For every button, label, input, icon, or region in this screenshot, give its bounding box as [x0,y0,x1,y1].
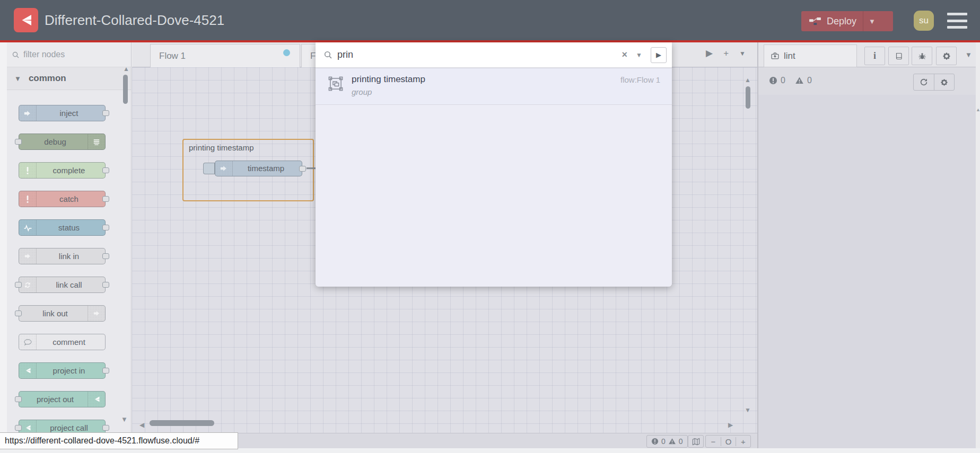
lint-icon [771,51,780,60]
input-port[interactable] [15,425,22,431]
gear-icon [942,52,951,60]
output-port[interactable] [102,368,109,374]
header: Different-Collared-Dove-4521 Deploy ▼ su [0,0,980,40]
zoom-out-button[interactable]: − [706,437,721,446]
palette-category-common[interactable]: ▼ common [7,67,131,90]
link-icon [88,306,105,321]
search-input[interactable] [337,49,617,60]
map-icon [692,438,700,446]
search-icon [12,51,19,58]
output-port[interactable] [102,225,109,230]
search-result-row[interactable]: printing timestamp group flow:Flow 1 [316,68,672,105]
deploy-options-button[interactable]: ▼ [863,11,881,31]
sidebar-info-button[interactable]: i [864,47,885,65]
sidebar-debug-button[interactable] [912,47,932,65]
deploy-label: Deploy [827,16,856,27]
search-dialog: × ▼ ▶ [316,42,672,287]
timestamp-node[interactable]: timestamp [215,161,302,176]
deploy-button[interactable]: Deploy ▼ [801,11,893,31]
palette-node-status[interactable]: status [19,219,106,236]
palette-node-inject[interactable]: inject [19,105,106,121]
palette-node-project-out[interactable]: project out [19,391,106,407]
book-icon [895,52,903,60]
zoom-reset-button[interactable]: O [721,437,736,446]
palette-node-complete[interactable]: complete [19,162,106,179]
canvas-hscrollbar-thumb[interactable] [150,420,214,426]
search-options-icon[interactable]: ▼ [636,51,642,59]
lint-settings-button[interactable] [934,74,954,90]
palette-filter-input[interactable] [23,50,113,59]
output-port[interactable] [102,253,109,259]
group-label: printing timestamp [189,143,254,152]
browser-status-url: https://different-collared-dove-4521.flo… [0,432,238,449]
search-icon [324,51,332,59]
palette-scrollbar-thumb[interactable] [123,75,128,104]
canvas-scroll-right-icon[interactable]: ▶ [728,421,733,429]
user-avatar[interactable]: su [914,11,934,31]
deploy-icon [809,16,821,26]
palette-node-project-call[interactable]: project call [19,420,106,433]
tab-scroll-right-icon[interactable]: ▶ [706,48,713,59]
output-port[interactable] [102,425,109,431]
canvas-scroll-left-icon[interactable]: ◀ [139,421,144,429]
palette-node-catch[interactable]: catch [19,191,106,207]
sidebar-header: lint i ▼ [758,42,976,67]
output-port[interactable] [102,110,109,116]
palette-node-link-call[interactable]: link call [19,277,106,293]
warning-icon [795,76,804,85]
error-icon [769,76,777,85]
bug-icon [918,52,926,60]
output-port[interactable] [102,282,109,288]
scroll-up-icon: ▲ [976,107,980,112]
palette-scroll-down-icon[interactable]: ▼ [121,415,128,423]
footer-notifications-button[interactable]: 0 0 [646,435,688,448]
canvas-scroll-up-icon[interactable]: ▲ [745,76,751,84]
fflogo-icon [19,363,37,378]
fflogo-icon [88,392,105,407]
lint-refresh-button[interactable] [914,74,934,90]
input-port[interactable] [15,139,22,145]
palette-node-link-in[interactable]: link in [19,248,106,264]
palette-node-debug[interactable]: debug [19,134,106,150]
inject-trigger-button[interactable] [203,163,215,174]
palette-node-comment[interactable]: comment [19,334,106,350]
scroll-up-icon[interactable]: ▲ [123,65,129,73]
input-port[interactable] [15,310,22,316]
zoom-in-button[interactable]: + [736,437,750,446]
canvas-scroll-down-icon[interactable]: ▼ [745,406,751,414]
main-menu-button[interactable] [947,13,967,29]
tab-lint[interactable]: lint [764,45,857,67]
lint-panel [758,95,976,453]
palette-node-list: injectdebugcompletecatchstatuslink inlin… [7,90,131,433]
inject-icon [19,105,37,121]
output-port[interactable] [102,167,109,173]
palette-scrollbar[interactable]: ▲ [123,65,129,104]
flow-list-icon[interactable]: ▼ [739,50,746,57]
input-port[interactable] [15,282,22,288]
window-scrollbar[interactable]: ▲ [976,42,980,453]
flowfuse-logo-icon [14,8,38,32]
output-port[interactable] [299,166,306,172]
clear-search-icon[interactable]: × [622,49,628,60]
palette-node-project-in[interactable]: project in [19,362,106,379]
canvas-vscrollbar-thumb[interactable] [746,86,750,109]
output-port[interactable] [102,196,109,202]
input-port[interactable] [15,396,22,402]
sidebar-menu-icon[interactable]: ▼ [965,51,972,59]
search-history-button[interactable]: ▶ [651,47,667,63]
refresh-icon [920,78,928,86]
search-results: printing timestamp group flow:Flow 1 [316,68,672,287]
link-icon [19,248,37,264]
palette-filter[interactable] [7,42,131,67]
exclaim-icon [19,163,37,178]
sidebar: lint i ▼ [757,42,976,453]
navigator-button[interactable] [688,435,704,448]
tab-flow-1[interactable]: Flow 1 [150,44,300,67]
chevron-down-icon: ▼ [14,75,21,83]
search-bar: × ▼ ▶ [316,42,672,68]
palette-node-link-out[interactable]: link out [19,305,106,322]
comment-icon [19,334,37,350]
add-flow-button[interactable]: + [723,48,729,59]
sidebar-config-button[interactable] [936,47,957,65]
sidebar-help-button[interactable] [888,47,909,65]
